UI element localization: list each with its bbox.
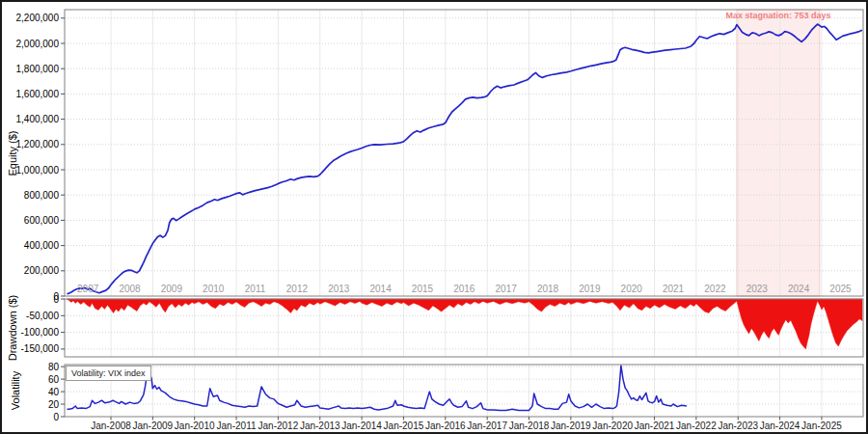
inner-year-label: 2019 xyxy=(579,284,601,294)
inner-year-label: 2023 xyxy=(746,284,769,294)
y-tick-label: 1,400,000 xyxy=(16,114,60,124)
y-tick-label: 200,000 xyxy=(24,265,60,276)
x-tick-label: Jan-2020 xyxy=(592,420,633,431)
inner-year-label: 2013 xyxy=(328,284,350,294)
y-tick-label: 2,000,000 xyxy=(16,39,60,49)
drawdown-axis-title: Drawdown ($) xyxy=(7,295,18,361)
equity-panel: 2007200820092010201120122013201420152016… xyxy=(16,10,864,302)
inner-year-label: 2015 xyxy=(412,284,434,294)
x-tick-label: Jan-2013 xyxy=(300,420,340,431)
y-tick-label: 400,000 xyxy=(24,240,60,251)
y-tick-label: 60 xyxy=(48,374,60,385)
inner-year-label: 2008 xyxy=(119,284,141,294)
volatility-axis-title: Volatility xyxy=(10,371,21,410)
inner-year-label: 2021 xyxy=(663,284,685,294)
x-tick-label: Jan-2012 xyxy=(258,420,299,431)
drawdown-area-series xyxy=(68,299,863,349)
x-tick-label: Jan-2022 xyxy=(676,420,717,431)
x-tick-label: Jan-2021 xyxy=(635,420,675,431)
y-tick-label: 800,000 xyxy=(24,190,60,201)
inner-year-label: 2014 xyxy=(369,284,392,294)
y-tick-label: 20 xyxy=(48,399,60,410)
y-tick-label: 40 xyxy=(48,387,60,397)
backtest-report-chart: 2007200820092010201120122013201420152016… xyxy=(0,0,868,434)
x-tick-label: Jan-2016 xyxy=(425,420,466,431)
drawdown-panel: 0-50,000-100,000-150,000 xyxy=(21,294,863,358)
x-tick-label: Jan-2017 xyxy=(467,420,507,431)
inner-year-label: 2020 xyxy=(621,284,643,294)
x-tick-label: Jan-2011 xyxy=(217,420,257,431)
y-tick-label: 80 xyxy=(48,362,60,372)
x-tick-label: Jan-2024 xyxy=(760,420,800,431)
y-tick-label: 2,200,000 xyxy=(16,13,60,23)
volatility-panel-border xyxy=(65,365,863,417)
x-tick-label: Jan-2015 xyxy=(384,420,424,431)
x-tick-label: Jan-2009 xyxy=(132,420,173,431)
inner-year-label: 2024 xyxy=(788,284,810,294)
y-tick-label: 1,600,000 xyxy=(16,89,60,99)
bottom-time-axis: Jan-2008Jan-2009Jan-2010Jan-2011Jan-2012… xyxy=(91,417,842,431)
y-tick-label: 1,800,000 xyxy=(16,64,60,74)
inner-year-label: 2016 xyxy=(453,284,475,294)
x-tick-label: Jan-2010 xyxy=(175,420,215,431)
y-tick-label: 0 xyxy=(53,294,59,305)
x-tick-label: Jan-2019 xyxy=(551,420,591,431)
stagnation-band xyxy=(737,10,820,296)
stagnation-label: Max stagnation: 753 days xyxy=(725,11,830,20)
inner-year-label: 2018 xyxy=(537,284,559,294)
x-tick-label: Jan-2025 xyxy=(801,420,842,431)
y-tick-label: 0 xyxy=(53,412,59,422)
y-tick-label: 1,000,000 xyxy=(16,165,60,176)
inner-year-label: 2010 xyxy=(203,284,225,294)
y-tick-label: 600,000 xyxy=(24,215,60,226)
volatility-panel: 020406080 xyxy=(48,362,863,422)
equity-axis-title: Equity ($) xyxy=(7,130,18,176)
inner-year-label: 2025 xyxy=(829,284,852,294)
inner-year-label: 2022 xyxy=(704,284,726,294)
x-tick-label: Jan-2018 xyxy=(509,420,550,431)
y-tick-label: -150,000 xyxy=(21,343,60,354)
y-tick-label: 1,200,000 xyxy=(16,139,60,149)
x-tick-label: Jan-2008 xyxy=(91,420,131,431)
x-tick-label: Jan-2023 xyxy=(718,420,758,431)
inner-year-label: 2007 xyxy=(77,284,99,294)
vix-line-series xyxy=(68,366,687,411)
inner-year-label: 2009 xyxy=(161,284,183,294)
inner-year-label: 2011 xyxy=(245,284,266,294)
inner-year-label: 2012 xyxy=(286,284,309,294)
inner-year-label: 2017 xyxy=(496,284,518,294)
volatility-legend: Volatility: VIX index xyxy=(66,366,151,381)
y-tick-label: -100,000 xyxy=(21,327,60,338)
x-tick-label: Jan-2014 xyxy=(341,420,382,431)
y-tick-label: -50,000 xyxy=(26,311,59,321)
